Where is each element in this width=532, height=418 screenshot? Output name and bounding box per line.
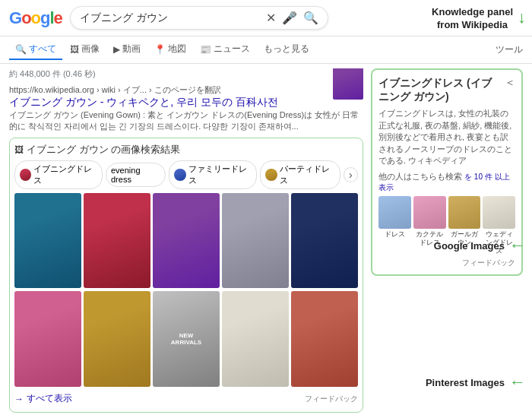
image-cell-4[interactable] — [222, 193, 289, 289]
wiki-title[interactable]: イブニング ガウン - ウィキペクと, 우리 모두の 百科사전 — [9, 96, 363, 109]
image-filter-tabs: イブニングドレス evening dress ファミリードレス パーティドレス … — [14, 160, 358, 189]
wiki-thumbnail — [333, 68, 363, 100]
image-cell-2[interactable] — [84, 193, 150, 289]
kp-share-icon[interactable]: ＜ — [505, 76, 515, 90]
pinterest-images-arrow: ← — [509, 372, 526, 392]
filter-more-button[interactable]: › — [344, 167, 358, 182]
image-cell-new-arrivals[interactable]: NEWARRIVALS — [153, 291, 220, 387]
image-cell-5[interactable] — [291, 193, 358, 289]
view-all-button[interactable]: → すべて表示 — [14, 392, 72, 405]
result-count: 約 448,000 件 (0.46 秒) — [9, 68, 363, 80]
view-all-bar: → すべて表示 フィードバック — [14, 390, 358, 407]
image-search-header: 🖼 イブニング ガウン の画像検索結果 — [14, 143, 358, 157]
knowledge-panel-arrow: ↓ — [518, 8, 526, 27]
wikipedia-result: https://ko.wikipedia.org › wiki › イブ... … — [9, 84, 363, 133]
image-search-box: 🖼 イブニング ガウン の画像検索結果 イブニングドレス evening dre… — [9, 138, 363, 413]
image-cell-6[interactable] — [14, 291, 81, 387]
left-column: 約 448,000 件 (0.46 秒) https://ko.wikipedi… — [9, 68, 363, 416]
annotation-knowledge-panel: Knowledge panelfrom Wikipedia ↓ — [432, 6, 526, 32]
image-cell-10[interactable] — [291, 291, 358, 387]
annotation-pinterest-images: Pinterest Images ← — [426, 372, 526, 392]
pinterest-images-annotation-label: Pinterest Images — [426, 377, 505, 388]
kp-title: イブニングドレス (イブニング ガウン) — [378, 76, 502, 103]
filter-tab-party-dress[interactable]: パーティドレス — [260, 160, 340, 189]
tab-all[interactable]: 🔍 すべて — [9, 40, 62, 60]
image-cell-1[interactable] — [14, 193, 81, 289]
annotation-google-images: Google Images ← — [434, 236, 526, 255]
image-grid-row1 — [14, 193, 358, 289]
kp-description: イブニングドレスは, 女性の礼装の正式な礼服, 夜の基盤, 絹紗, 機能後, 別… — [378, 108, 515, 166]
image-cell-9[interactable] — [222, 291, 289, 387]
tab-news[interactable]: 📰 ニュース — [194, 40, 256, 60]
image-search-title: イブニング ガウン の画像検索結果 — [27, 143, 180, 157]
image-feedback-link[interactable]: フィードバック — [305, 394, 358, 404]
filter-tab-evening-dress[interactable]: イブニングドレス — [14, 160, 103, 189]
mic-icon[interactable]: 🎤 — [282, 11, 297, 25]
arrow-right-icon: → — [14, 394, 24, 404]
tab-images[interactable]: 🖼 画像 — [64, 40, 106, 60]
filter-tab-family-dress[interactable]: ファミリードレス — [169, 160, 257, 189]
image-grid-row2: NEWARRIVALS — [14, 291, 358, 387]
tools-button[interactable]: ツール — [496, 43, 523, 56]
wiki-snippet: イブニング ガウン (Evening Gown) : 素と インガウン ドレスの… — [9, 109, 363, 133]
image-cell-7[interactable] — [84, 291, 150, 387]
google-images-arrow: ← — [509, 236, 526, 255]
google-images-annotation-label: Google Images — [434, 240, 505, 252]
image-cell-3[interactable] — [153, 193, 220, 289]
kp-title-row: イブニングドレス (イブニング ガウン) ＜ — [378, 76, 515, 103]
filter-tab-evening-dress-en[interactable]: evening dress — [106, 163, 166, 187]
nav-tabs: 🔍 すべて 🖼 画像 ▶ 動画 📍 地図 📰 ニュース もっと見る ツール — [0, 36, 532, 64]
search-bar[interactable]: ✕ 🎤 🔍 — [70, 6, 328, 30]
search-icon[interactable]: 🔍 — [303, 11, 318, 25]
tab-maps[interactable]: 📍 地図 — [148, 40, 192, 60]
kp-related-dress[interactable]: ドレス — [378, 196, 411, 255]
search-icons: ✕ 🎤 🔍 — [266, 11, 318, 25]
search-input[interactable] — [80, 12, 266, 24]
google-logo: Google — [9, 8, 62, 28]
tab-more[interactable]: もっと見る — [258, 40, 315, 60]
tab-videos[interactable]: ▶ 動画 — [107, 40, 147, 60]
image-search-icon: 🖼 — [14, 144, 24, 155]
knowledge-panel-annotation-label: Knowledge panelfrom Wikipedia — [432, 6, 513, 32]
clear-icon[interactable]: ✕ — [266, 11, 276, 25]
kp-feedback-link[interactable]: フィードバック — [378, 258, 515, 268]
kp-also-search-label: 他の人はこちらも検索 を 10 件 以上表示 — [378, 171, 515, 193]
wiki-url: https://ko.wikipedia.org › wiki › イブ... … — [9, 84, 363, 96]
annotation-area: Knowledge panelfrom Wikipedia ↓ — [432, 6, 526, 35]
